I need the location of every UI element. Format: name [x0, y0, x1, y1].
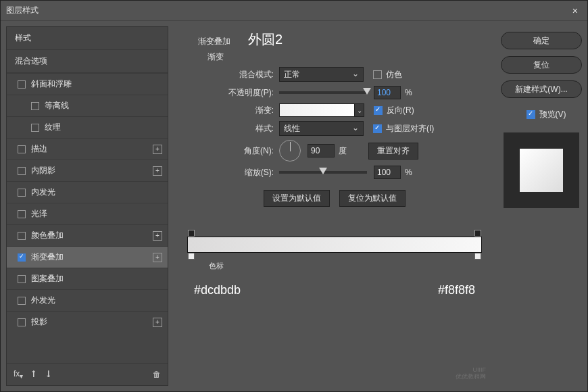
align-checkbox[interactable] [373, 124, 382, 133]
reverse-checkbox[interactable] [374, 106, 383, 115]
add-effect-icon[interactable]: + [153, 318, 162, 327]
arrow-up-icon[interactable]: 🠕 [30, 370, 38, 379]
dither-label: 仿色 [386, 69, 402, 80]
preview-thumbnail [504, 132, 579, 208]
gradient-section-title: 渐变 [207, 51, 491, 63]
effect-checkbox[interactable] [18, 297, 26, 305]
effect-label: 内阴影 [31, 165, 55, 176]
effect-checkbox[interactable] [18, 275, 26, 283]
effect-item[interactable]: 纹理 [7, 116, 168, 138]
color-stop-label: 色标 [209, 261, 482, 271]
effect-label: 内发光 [31, 187, 55, 198]
reverse-label: 反向(R) [387, 105, 414, 116]
color-stop-left[interactable] [188, 253, 195, 260]
new-style-button[interactable]: 新建样式(W)... [501, 80, 582, 98]
reset-align-button[interactable]: 重置对齐 [368, 143, 418, 160]
effect-label: 纹理 [45, 122, 61, 133]
effect-label: 外发光 [31, 295, 55, 306]
reset-default-button[interactable]: 复位为默认值 [339, 190, 406, 207]
add-effect-icon[interactable]: + [153, 145, 162, 154]
blend-mode-select[interactable]: 正常 [279, 67, 364, 82]
effect-checkbox[interactable] [18, 167, 26, 175]
gradient-bar[interactable] [187, 237, 482, 253]
opacity-stop-right[interactable] [474, 230, 481, 237]
gradient-editor: 色标 #dcdbdb #f8f8f8 [178, 237, 491, 297]
trash-icon[interactable]: 🗑 [153, 370, 161, 379]
effect-checkbox[interactable] [18, 145, 26, 153]
add-effect-icon[interactable]: + [153, 231, 162, 241]
gradient-dropdown-icon[interactable]: ⌄ [355, 103, 364, 117]
effect-label: 斜面和浮雕 [31, 78, 72, 90]
blend-mode-label: 混合模式: [178, 69, 279, 80]
layer-style-dialog: 图层样式 × 样式 混合选项 斜面和浮雕等高线纹理描边+内阴影+内发光光泽颜色叠… [0, 0, 588, 392]
effect-item[interactable]: 内发光 [7, 181, 168, 203]
reset-button[interactable]: 复位 [501, 56, 582, 74]
opacity-label: 不透明度(P): [178, 87, 279, 99]
effect-checkbox[interactable] [18, 232, 26, 240]
watermark: UIIIF优优教程网 [456, 367, 486, 381]
titlebar: 图层样式 × [1, 1, 587, 21]
ok-button[interactable]: 确定 [501, 32, 582, 49]
preview-checkbox[interactable] [526, 110, 535, 119]
scale-pct: % [405, 168, 412, 177]
style-select[interactable]: 线性 [279, 121, 364, 136]
color-stop-right[interactable] [474, 253, 481, 260]
gradient-label: 渐变: [178, 105, 279, 116]
scale-input[interactable] [374, 166, 401, 179]
effect-label: 投影 [31, 316, 47, 328]
effect-checkbox[interactable] [18, 253, 26, 262]
align-label: 与图层对齐(I) [386, 123, 434, 134]
effect-label: 等高线 [45, 100, 69, 112]
effect-checkbox[interactable] [31, 124, 39, 132]
settings-panel: 渐变叠加 外圆2 渐变 混合模式: 正常 仿色 不透明度(P): % 渐变: [178, 26, 491, 386]
arrow-down-icon[interactable]: 🠗 [45, 370, 53, 379]
annotation-color-right: #f8f8f8 [438, 283, 475, 297]
angle-input[interactable] [308, 144, 335, 157]
effect-item[interactable]: 外发光 [7, 289, 168, 311]
style-label: 样式: [178, 123, 279, 134]
preview-label: 预览(V) [539, 109, 566, 120]
effect-checkbox[interactable] [31, 102, 39, 110]
effect-item[interactable]: 投影+ [7, 311, 168, 333]
scale-slider[interactable] [279, 171, 367, 174]
add-effect-icon[interactable]: + [153, 166, 162, 176]
effect-item[interactable]: 光泽 [7, 203, 168, 224]
annotation-outer-circle: 外圆2 [248, 30, 283, 49]
effect-checkbox[interactable] [18, 189, 26, 197]
effect-item[interactable]: 渐变叠加+ [7, 246, 168, 268]
effect-checkbox[interactable] [18, 80, 26, 89]
styles-panel: 样式 混合选项 斜面和浮雕等高线纹理描边+内阴影+内发光光泽颜色叠加+渐变叠加+… [6, 26, 168, 386]
opacity-stop-left[interactable] [188, 230, 195, 237]
opacity-input[interactable] [374, 86, 401, 99]
angle-dial[interactable] [279, 140, 301, 162]
effect-checkbox[interactable] [18, 210, 26, 218]
effect-checkbox[interactable] [18, 318, 26, 326]
blend-options-header[interactable]: 混合选项 [7, 50, 168, 73]
effect-label: 光泽 [31, 208, 47, 220]
effect-item[interactable]: 等高线 [7, 95, 168, 116]
effect-item[interactable]: 图案叠加 [7, 268, 168, 289]
dialog-body: 样式 混合选项 斜面和浮雕等高线纹理描边+内阴影+内发光光泽颜色叠加+渐变叠加+… [1, 21, 587, 391]
dither-checkbox[interactable] [373, 70, 382, 79]
opacity-pct: % [405, 88, 412, 97]
effect-title: 渐变叠加 [198, 36, 230, 47]
make-default-button[interactable]: 设置为默认值 [264, 190, 330, 207]
effect-item[interactable]: 描边+ [7, 138, 168, 160]
effect-item[interactable]: 内阴影+ [7, 160, 168, 181]
window-title: 图层样式 [6, 5, 39, 16]
close-icon[interactable]: × [568, 4, 582, 18]
effect-label: 图案叠加 [31, 273, 64, 285]
effect-item[interactable]: 斜面和浮雕 [7, 73, 168, 95]
fx-icon[interactable]: fx▾ [14, 369, 23, 380]
opacity-slider[interactable] [279, 91, 367, 94]
effect-list: 斜面和浮雕等高线纹理描边+内阴影+内发光光泽颜色叠加+渐变叠加+图案叠加外发光投… [7, 73, 168, 333]
gradient-swatch[interactable] [279, 103, 355, 117]
degree-label: 度 [339, 145, 347, 157]
angle-label: 角度(N): [178, 145, 279, 157]
add-effect-icon[interactable]: + [153, 253, 162, 262]
effect-label: 渐变叠加 [31, 251, 64, 263]
panel-footer: fx▾ 🠕 🠗 🗑 [7, 363, 168, 385]
scale-label: 缩放(S): [178, 167, 279, 178]
styles-header[interactable]: 样式 [7, 27, 168, 50]
effect-item[interactable]: 颜色叠加+ [7, 224, 168, 246]
